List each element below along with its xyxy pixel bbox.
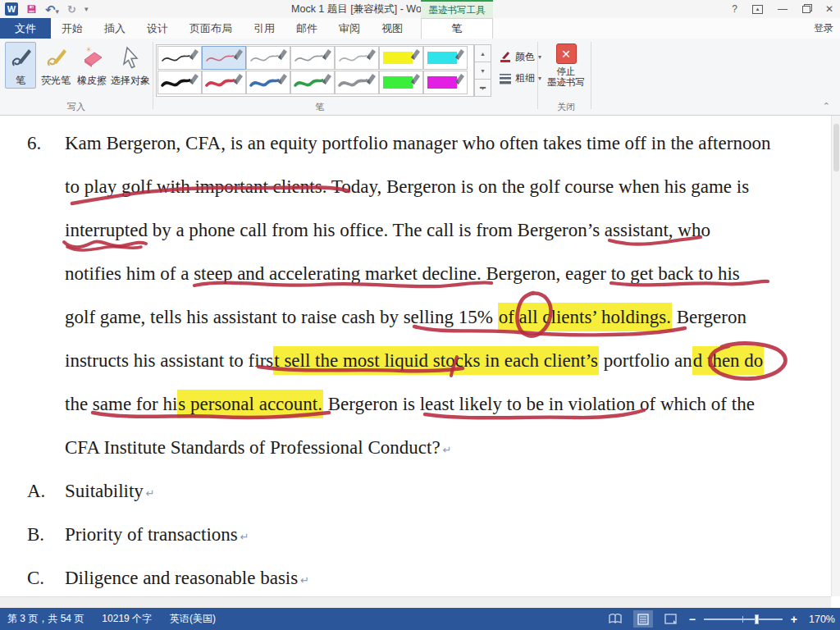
question-text-line: Kam Bergeron, CFA, is an equity portfoli… [65, 131, 770, 156]
text-segment: golf game, tells his assistant to raise … [65, 307, 498, 327]
word-count[interactable]: 10219 个字 [102, 612, 152, 626]
yellow-highlight: d then do [692, 346, 765, 375]
yellow-highlight: t sell the most liquid stocks in each cl… [273, 346, 599, 375]
tab-页面布局[interactable]: 页面布局 [179, 18, 243, 39]
sign-in-link[interactable]: 登录 [814, 18, 833, 39]
pen-stroke-preview-icon [291, 47, 334, 69]
question-number: 6. [27, 131, 41, 156]
restore-icon[interactable] [802, 6, 810, 13]
status-bar: 第 3 页，共 54 页 10219 个字 英语(美国) − + 170% [0, 608, 840, 630]
highlighter-style-tile[interactable] [379, 71, 423, 94]
pen-stroke-preview-icon [158, 47, 201, 69]
option-letter: B. [27, 523, 44, 547]
zoom-in-icon[interactable]: + [791, 614, 797, 625]
ink-color-icon [500, 51, 512, 63]
zoom-slider-thumb[interactable] [755, 614, 759, 624]
highlighter-style-tile[interactable] [379, 46, 423, 70]
pen-stroke-preview-icon [291, 71, 334, 94]
gallery-scroll-down-icon[interactable]: ▼ [474, 62, 491, 80]
pen-style-tile[interactable] [158, 71, 202, 94]
pen-style-tile[interactable] [158, 46, 202, 70]
document-page[interactable]: 6. Kam Bergeron, CFA, is an equity portf… [0, 116, 831, 596]
option-text: Suitability↵ [65, 479, 155, 506]
tab-设计[interactable]: 设计 [136, 18, 179, 39]
stop-inking-button[interactable]: ✕ 停止 墨迹书写 [545, 43, 587, 88]
window-title: Mock 1 题目 [兼容模式] - Word [0, 2, 722, 16]
close-icon[interactable]: ✕ [825, 4, 833, 14]
gallery-more-icon[interactable]: ▬▼ [474, 80, 491, 97]
highlighter-style-tile[interactable] [423, 46, 468, 70]
contextual-tab-group-header: 墨迹书写工具 [421, 0, 493, 18]
text-segment: the same for hi [65, 394, 177, 414]
page-indicator[interactable]: 第 3 页，共 54 页 [7, 612, 84, 626]
ribbon-display-options-icon[interactable]: ▴ [752, 5, 763, 14]
word-window: W 💾︎ ↶▾ ↻ ▾ Mock 1 题目 [兼容模式] - Word 墨迹书写… [0, 0, 840, 630]
tab-邮件[interactable]: 邮件 [285, 18, 328, 39]
svg-text:✳: ✳ [86, 46, 92, 53]
text-segment: Kam Bergeron, CFA, is an equity portfoli… [65, 133, 770, 153]
print-layout-icon[interactable] [633, 610, 653, 628]
paragraph-mark: ↵ [443, 444, 452, 456]
question-text-line: golf game, tells his assistant to raise … [65, 305, 746, 330]
option-letter: A. [27, 479, 45, 504]
pen-style-tile[interactable] [202, 71, 246, 94]
pen-style-tile[interactable] [246, 71, 290, 94]
pen-style-tile[interactable] [290, 71, 335, 94]
yellow-highlight: s personal account. [177, 390, 323, 418]
web-layout-icon[interactable] [661, 610, 681, 628]
vertical-scrollbar[interactable] [831, 116, 840, 596]
pen-stroke-preview-icon [424, 71, 467, 94]
text-segment: CFA Institute Standards of Professional … [65, 437, 441, 458]
tab-插入[interactable]: 插入 [94, 18, 136, 39]
group-label-close: 关闭 [537, 101, 595, 113]
tab-pen-active[interactable]: 笔 [421, 18, 493, 39]
highlighter-icon [43, 45, 69, 71]
zoom-level[interactable]: 170% [806, 614, 835, 625]
gallery-scroll-buttons: ▲ ▼ ▬▼ [474, 44, 491, 97]
highlighter-style-tile[interactable] [423, 71, 468, 94]
minimize-icon[interactable]: — [778, 4, 788, 14]
question-text-line: to play golf with important clients. Tod… [65, 175, 749, 199]
window-controls: ? ▴ — ✕ [732, 0, 833, 18]
pen-stroke-preview-icon [247, 71, 290, 94]
language-indicator[interactable]: 英语(美国) [170, 612, 216, 626]
collapse-ribbon-icon[interactable]: ⌃ [823, 101, 830, 112]
red-ink-stroke [67, 247, 141, 250]
tab-file[interactable]: 文件 [0, 18, 51, 39]
question-text-line: interrupted by a phone call from his off… [65, 218, 710, 243]
eraser-tool-button[interactable]: ✳ 橡皮擦 [74, 42, 110, 89]
zoom-slider[interactable] [704, 619, 783, 620]
group-label-pens: 笔 [295, 101, 345, 113]
pen-stroke-preview-icon [380, 47, 422, 69]
tab-视图[interactable]: 视图 [371, 18, 413, 39]
page-bottom-gap [0, 596, 831, 608]
pen-stroke-preview-icon [247, 47, 290, 69]
highlighter-tool-button[interactable]: 荧光笔 [38, 42, 74, 89]
text-segment: Bergeron is least likely to be in violat… [323, 394, 755, 414]
zoom-out-icon[interactable]: − [689, 614, 696, 625]
read-mode-icon[interactable] [605, 610, 625, 628]
text-segment: notifies him of a steep and accelerating… [65, 263, 740, 284]
ribbon-tab-row: 文件 开始插入设计页面布局引用邮件审阅视图 [0, 18, 840, 39]
text-segment: interrupted by a phone call from his off… [65, 220, 710, 240]
select-objects-button[interactable]: 选择对象 [110, 42, 151, 89]
paragraph-mark: ↵ [146, 487, 155, 500]
question-text-line: instructs his assistant to first sell th… [65, 349, 764, 373]
pen-style-tile[interactable] [335, 46, 379, 70]
gallery-scroll-up-icon[interactable]: ▲ [474, 44, 491, 62]
pen-style-tile[interactable] [335, 71, 379, 94]
cursor-icon [117, 45, 144, 71]
pen-stroke-preview-icon [380, 71, 422, 94]
text-segment: portfolio an [599, 350, 692, 371]
pen-style-tile[interactable] [246, 46, 290, 70]
text-segment: Bergeron [672, 307, 746, 327]
pen-style-tile[interactable] [290, 46, 335, 70]
scrollbar-thumb[interactable] [833, 124, 839, 171]
tab-引用[interactable]: 引用 [243, 18, 285, 39]
pen-tool-button[interactable]: 笔 [5, 42, 36, 89]
help-icon[interactable]: ? [732, 4, 737, 14]
title-bar: W 💾︎ ↶▾ ↻ ▾ Mock 1 题目 [兼容模式] - Word 墨迹书写… [0, 0, 840, 18]
tab-审阅[interactable]: 审阅 [328, 18, 371, 39]
tab-开始[interactable]: 开始 [51, 18, 94, 39]
pen-style-tile[interactable] [202, 46, 246, 70]
